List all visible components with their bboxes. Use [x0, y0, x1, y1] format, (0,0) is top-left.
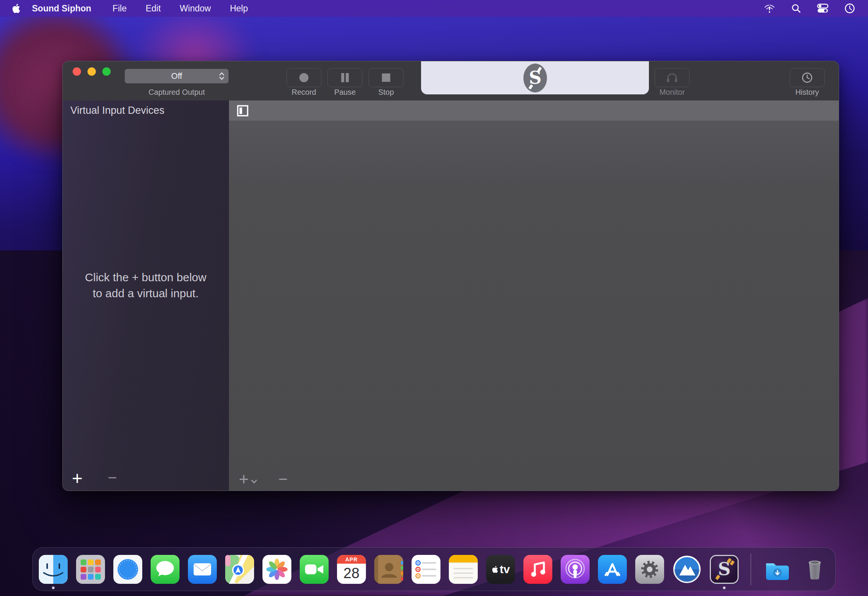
apple-logo-icon [11, 3, 21, 14]
content-header-bar [229, 100, 839, 121]
menu-bar: Sound Siphon File Edit Window Help [0, 0, 868, 17]
control-center-icon[interactable] [817, 3, 828, 13]
apple-logo-icon [491, 565, 498, 574]
sidebar-title: Virtual Input Devices [63, 100, 229, 121]
monitor-label: Monitor [655, 88, 690, 97]
record-icon [298, 72, 310, 83]
dock-icon-calendar[interactable]: APR 28 [337, 555, 366, 584]
running-indicator [723, 586, 726, 589]
main-content-area: + − [229, 100, 839, 491]
calendar-day: 28 [337, 564, 366, 583]
menu-window[interactable]: Window [180, 3, 211, 14]
remove-virtual-input-button[interactable]: − [108, 470, 117, 486]
captured-output-value: Off [171, 71, 182, 81]
dock-icon-apple-tv[interactable]: tv [486, 555, 515, 584]
dock-icon-contacts[interactable] [374, 555, 403, 584]
dock: APR 28 [32, 547, 836, 591]
menu-file[interactable]: File [113, 3, 127, 14]
dock-icon-messages[interactable] [151, 555, 180, 584]
pause-button[interactable] [327, 68, 362, 87]
menu-edit[interactable]: Edit [146, 3, 161, 14]
panel-left-icon [237, 105, 249, 117]
minimize-button[interactable] [87, 67, 96, 76]
stop-button[interactable] [369, 68, 404, 87]
dock-icon-podcasts[interactable] [561, 555, 590, 584]
search-icon[interactable] [791, 3, 801, 13]
dock-icon-trash[interactable] [800, 555, 829, 584]
desktop: Sound Siphon File Edit Window Help [0, 0, 868, 596]
dock-icon-safari[interactable] [113, 555, 142, 584]
dock-icon-facetime[interactable] [300, 555, 329, 584]
dock-icon-mountain-app[interactable] [672, 555, 701, 584]
sidebar-empty-message: Click the + button below to add a virtua… [81, 269, 210, 301]
add-item-button[interactable]: + [239, 471, 249, 488]
dock-icon-photos[interactable] [262, 555, 291, 584]
apple-menu[interactable] [11, 3, 21, 14]
dock-icon-sound-siphon[interactable]: S [710, 555, 739, 584]
history-label: History [790, 88, 825, 97]
sound-siphon-logo: S [523, 63, 547, 93]
stepper-chevrons-icon [219, 72, 225, 81]
calendar-month: APR [337, 555, 366, 564]
headphones-icon [666, 72, 678, 83]
window-toolbar: Off Captured Output Record Pause [63, 61, 839, 100]
dock-separator [750, 553, 751, 585]
dock-icon-system-preferences[interactable] [635, 555, 664, 584]
close-button[interactable] [73, 67, 81, 76]
dock-icon-reminders[interactable] [412, 555, 440, 584]
dock-icon-finder[interactable] [39, 555, 68, 584]
clock-icon[interactable] [844, 3, 855, 14]
remove-item-button[interactable]: − [278, 471, 288, 487]
stop-label: Stop [369, 88, 404, 97]
history-clock-icon [801, 72, 813, 83]
sidebar-bottom-bar: + − [63, 464, 229, 491]
running-indicator [52, 586, 55, 589]
apple-tv-label: tv [500, 563, 510, 576]
stop-icon [381, 73, 391, 83]
captured-output-dropdown[interactable]: Off [125, 69, 229, 83]
dock-icon-music[interactable] [523, 555, 552, 584]
history-button[interactable] [790, 68, 825, 87]
record-button[interactable] [286, 68, 321, 87]
virtual-inputs-sidebar: Virtual Input Devices Click the + button… [63, 100, 229, 491]
zoom-button[interactable] [102, 67, 111, 76]
monitor-button[interactable] [655, 68, 690, 87]
pause-label: Pause [327, 88, 362, 97]
menu-app-name[interactable]: Sound Siphon [32, 3, 91, 14]
record-label: Record [286, 88, 321, 97]
content-bottom-bar: + − [239, 471, 288, 488]
pause-icon [340, 72, 350, 83]
captured-output-label: Captured Output [125, 88, 229, 97]
sound-siphon-logo-panel: S [421, 61, 649, 94]
dock-icon-notes[interactable] [449, 555, 478, 584]
dock-icon-app-store[interactable] [598, 555, 627, 584]
menu-help[interactable]: Help [230, 3, 248, 14]
add-virtual-input-button[interactable]: + [72, 469, 83, 488]
dock-icon-mail[interactable] [188, 555, 217, 584]
wifi-alert-icon[interactable] [764, 3, 775, 14]
dock-icon-downloads[interactable] [763, 555, 792, 584]
chevron-down-icon[interactable] [251, 480, 257, 484]
sound-siphon-window: Off Captured Output Record Pause [62, 61, 839, 491]
dock-icon-maps[interactable] [225, 555, 254, 584]
sidebar-toggle-button[interactable] [237, 105, 249, 117]
dock-icon-launchpad[interactable] [76, 555, 105, 584]
sound-siphon-s-cable: S [713, 558, 735, 581]
